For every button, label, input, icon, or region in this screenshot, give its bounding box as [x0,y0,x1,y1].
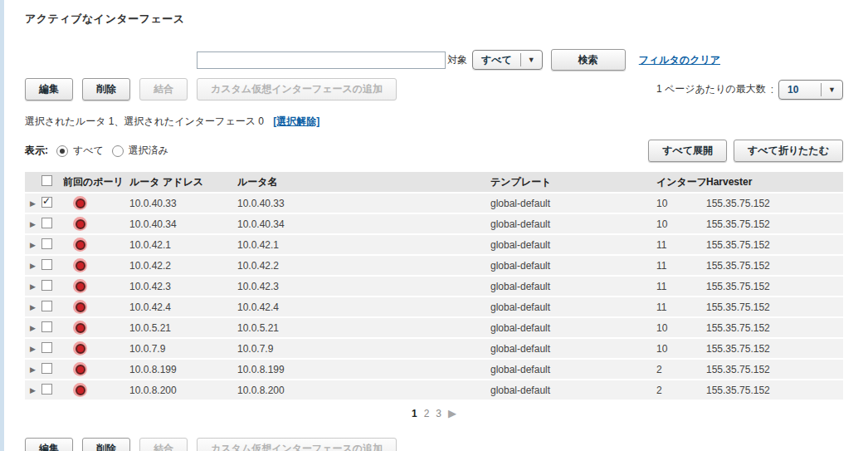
add-custom-interface-button-bottom[interactable]: カスタム仮想インターフェースの追加 [197,438,397,451]
pagination-current-page: 1 [412,408,417,419]
column-harvester: Harvester [706,176,843,188]
search-button[interactable]: 検索 [551,49,626,71]
row-checkbox[interactable] [41,321,52,332]
template-cell: global-default [490,281,656,292]
expand-all-button[interactable]: すべて展開 [648,140,727,162]
harvester-cell: 155.35.75.152 [706,281,843,292]
row-checkbox[interactable] [41,218,52,228]
row-checkbox[interactable] [41,280,52,291]
clear-filter-link[interactable]: フィルタのクリア [639,53,720,67]
chevron-down-icon: ▼ [822,86,842,94]
table-row: ▶ 10.0.42.4 10.0.42.4 global-default 11 … [25,297,843,316]
radio-show-selected[interactable] [112,145,124,157]
harvester-cell: 155.35.75.152 [706,301,843,313]
table-row: ▶ 10.0.40.33 10.0.40.33 global-default 1… [25,194,843,213]
template-cell: global-default [490,218,656,230]
harvester-cell: 155.35.75.152 [706,218,843,230]
poll-status-icon [73,196,87,210]
poll-status-icon [73,238,87,252]
router-address-cell: 10.0.42.2 [129,260,237,272]
interfaces-count-cell: 11 [656,260,706,272]
router-name-cell: 10.0.8.199 [237,364,490,375]
poll-status-icon [73,383,87,397]
pagination-page-3[interactable]: 3 [436,408,441,419]
expand-row-icon[interactable]: ▶ [25,199,41,208]
page-title: アクティブなインターフェース [25,12,843,27]
expand-row-icon[interactable]: ▶ [25,345,41,353]
harvester-cell: 155.35.75.152 [706,364,843,375]
expand-row-icon[interactable]: ▶ [25,282,41,291]
harvester-cell: 155.35.75.152 [706,260,843,272]
add-custom-interface-button[interactable]: カスタム仮想インターフェースの追加 [197,78,397,100]
column-template: テンプレート [490,175,656,189]
collapse-all-button[interactable]: すべて折りたたむ [734,140,843,162]
expand-row-icon[interactable]: ▶ [25,324,41,332]
column-last-poll: 前回のポーリ [63,175,129,189]
radio-show-all[interactable] [56,145,68,157]
expand-row-icon[interactable]: ▶ [25,303,41,311]
row-checkbox[interactable] [41,363,52,374]
left-page-strip [0,0,4,451]
delete-button[interactable]: 削除 [82,78,130,100]
interfaces-table: 前回のポーリ ルータ アドレス ルータ名 テンプレート インターフェ Harve… [25,172,843,400]
pagination-page-2[interactable]: 2 [424,408,430,419]
chevron-down-icon: ▼ [521,56,542,64]
harvester-cell: 155.35.75.152 [706,198,843,209]
row-checkbox[interactable] [41,259,52,270]
scope-dropdown[interactable]: すべて ▼ [472,50,543,70]
page-size-dropdown[interactable]: 10 ▼ [778,80,843,100]
page-size-value: 10 [788,84,821,96]
template-cell: global-default [490,364,656,375]
expand-row-icon[interactable]: ▶ [25,386,41,395]
radio-show-selected-label: 選択済み [129,144,168,158]
selection-summary: 選択されたルータ 1、選択されたインターフェース 0 [25,115,264,127]
select-all-checkbox[interactable] [41,175,52,186]
router-name-cell: 10.0.42.2 [237,260,490,272]
edit-button-bottom[interactable]: 編集 [25,438,73,451]
clear-selection-link[interactable]: [選択解除] [273,115,319,127]
row-checkbox[interactable] [41,384,52,395]
poll-status-icon [73,362,87,376]
expand-row-icon[interactable]: ▶ [25,262,41,270]
template-cell: global-default [490,301,656,313]
page-size-label: 1 ページあたりの最大数 [656,82,766,96]
table-row: ▶ 10.0.8.200 10.0.8.200 global-default 2… [25,380,843,400]
column-router-name: ルータ名 [237,175,490,189]
table-row: ▶ 10.0.8.199 10.0.8.199 global-default 2… [25,360,843,379]
router-address-cell: 10.0.5.21 [129,322,237,334]
row-checkbox[interactable] [41,197,52,208]
row-checkbox[interactable] [41,301,52,311]
expand-row-icon[interactable]: ▶ [25,365,41,374]
poll-status-icon [73,258,87,272]
merge-button[interactable]: 結合 [139,78,188,100]
edit-button[interactable]: 編集 [25,78,73,100]
router-address-cell: 10.0.42.4 [129,301,237,313]
table-row: ▶ 10.0.42.3 10.0.42.3 global-default 11 … [25,277,843,296]
delete-button-bottom[interactable]: 削除 [82,438,130,451]
selection-summary-row: 選択されたルータ 1、選択されたインターフェース 0 [選択解除] [25,115,843,129]
router-name-cell: 10.0.40.33 [237,198,490,209]
poll-status-icon [73,341,87,355]
search-input[interactable] [197,51,446,69]
router-address-cell: 10.0.8.199 [129,364,237,375]
bottom-toolbar: 編集 削除 結合 カスタム仮想インターフェースの追加 [25,438,843,451]
expand-row-icon[interactable]: ▶ [25,241,41,249]
row-checkbox[interactable] [41,238,52,249]
pagination: 1 2 3 ▶ [25,407,843,419]
interfaces-count-cell: 11 [656,301,706,313]
expand-row-icon[interactable]: ▶ [25,220,41,228]
next-page-icon[interactable]: ▶ [448,407,456,419]
poll-status-icon [73,300,87,314]
row-checkbox[interactable] [41,342,52,353]
merge-button-bottom[interactable]: 結合 [139,438,188,451]
template-cell: global-default [490,385,656,396]
column-interfaces: インターフェ [656,175,706,189]
router-address-cell: 10.0.8.200 [129,385,237,396]
interfaces-table-body: ▶ 10.0.40.33 10.0.40.33 global-default 1… [25,194,843,400]
table-header-row: 前回のポーリ ルータ アドレス ルータ名 テンプレート インターフェ Harve… [25,172,843,192]
template-cell: global-default [490,239,656,251]
router-address-cell: 10.0.40.34 [129,218,237,230]
router-address-cell: 10.0.42.3 [129,281,237,292]
active-interfaces-page: アクティブなインターフェース 対象 すべて ▼ 検索 フィルタのクリア 編集 削… [0,0,868,451]
table-row: ▶ 10.0.7.9 10.0.7.9 global-default 10 15… [25,339,843,358]
